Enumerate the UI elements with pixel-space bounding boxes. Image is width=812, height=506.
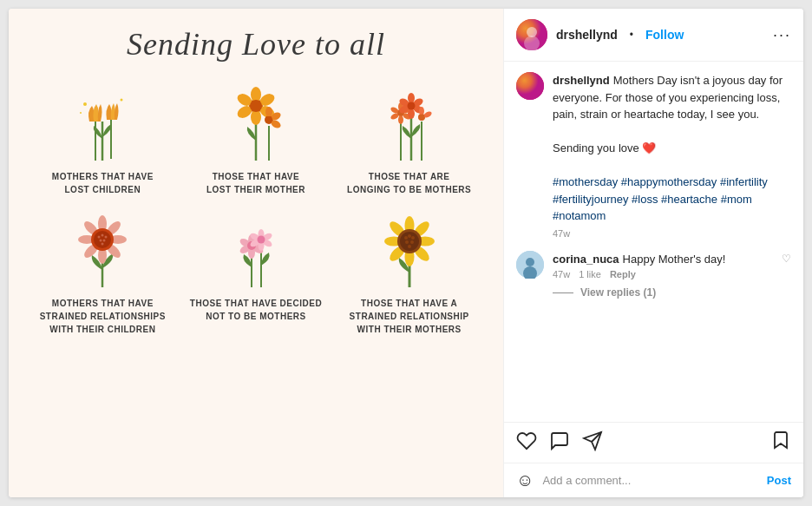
flower-label-3: THOSE THAT ARELONGING TO BE MOTHERS (347, 170, 471, 196)
flower-label-5: THOSE THAT HAVE DECIDEDNOT TO BE MOTHERS (190, 297, 322, 323)
flower-label-1: MOTHERS THAT HAVELOST CHILDREN (52, 170, 154, 196)
svg-point-5 (80, 112, 82, 114)
user-info: drshellynd • Follow (516, 19, 684, 50)
comment-avatar[interactable] (516, 251, 544, 279)
comment-likes: 1 like (579, 269, 601, 279)
svg-point-3 (83, 102, 87, 106)
svg-point-93 (408, 245, 411, 248)
svg-point-90 (411, 236, 415, 240)
svg-point-89 (408, 234, 411, 238)
comment-time: 47w (553, 269, 570, 279)
hashtags[interactable]: #mothersday #happymothersday #infertilit… (553, 175, 768, 222)
svg-point-58 (100, 240, 102, 242)
post-title: Sending Love to all (127, 26, 385, 62)
comment-username[interactable]: corina_nuca (553, 253, 619, 266)
flower-item-6: THOSE THAT HAVE ASTRAINED RELATIONSHIPWI… (341, 205, 477, 336)
svg-point-59 (103, 240, 106, 242)
add-comment-row: ☺ Post (504, 463, 803, 497)
comment-meta: 47w 1 like Reply (553, 269, 773, 279)
reply-button[interactable]: Reply (610, 269, 636, 279)
svg-point-60 (102, 243, 104, 246)
svg-point-20 (265, 116, 272, 123)
svg-point-36 (408, 108, 415, 119)
svg-point-14 (250, 100, 262, 112)
svg-point-43 (418, 115, 424, 121)
profile-avatar[interactable] (516, 19, 547, 50)
svg-point-28 (398, 115, 403, 124)
svg-point-97 (516, 72, 544, 100)
post-image-panel: Sending Love to all (9, 9, 503, 497)
flower-label-2: THOSE THAT HAVELOST THEIR MOTHER (206, 170, 305, 196)
comment-icon[interactable] (549, 430, 570, 455)
flowers-grid: MOTHERS THAT HAVELOST CHILDREN (17, 78, 494, 336)
caption-row: drshellyndMothers Day isn't a joyous day… (516, 72, 791, 239)
svg-point-91 (405, 240, 409, 244)
svg-point-76 (257, 236, 265, 244)
share-icon[interactable] (582, 430, 603, 455)
instagram-card: Sending Love to all (9, 9, 803, 497)
caption-time: 47w (553, 228, 791, 239)
more-options-button[interactable]: ··· (773, 26, 791, 44)
flower-item-3: THOSE THAT ARELONGING TO BE MOTHERS (341, 78, 477, 196)
svg-point-99 (526, 258, 534, 266)
follow-button[interactable]: Follow (645, 28, 684, 42)
comment-text: corina_nucaHappy Mother's day! (553, 251, 773, 268)
comment-content: corina_nucaHappy Mother's day! 47w 1 lik… (553, 251, 773, 280)
svg-point-57 (105, 236, 108, 239)
post-comment-button[interactable]: Post (767, 474, 791, 487)
flower-item-2: THOSE THAT HAVELOST THEIR MOTHER (188, 78, 324, 196)
caption-content: drshellyndMothers Day isn't a joyous day… (553, 72, 791, 239)
like-icon[interactable] (516, 430, 537, 455)
svg-point-92 (410, 240, 414, 244)
svg-point-54 (94, 231, 111, 248)
sidebar-header: drshellynd • Follow ··· (504, 9, 803, 62)
svg-point-17 (265, 107, 272, 117)
flower-label-6: THOSE THAT HAVE ASTRAINED RELATIONSHIPWI… (350, 297, 469, 336)
flower-svg-6 (375, 205, 444, 292)
comment-heart-icon[interactable]: ♡ (782, 253, 791, 265)
flower-label-4: MOTHERS THAT HAVESTRAINED RELATIONSHIPSW… (40, 297, 166, 336)
caption-username[interactable]: drshellynd (553, 74, 610, 87)
sidebar: drshellynd • Follow ··· (503, 9, 803, 497)
flower-svg-2 (221, 78, 291, 165)
svg-point-33 (408, 93, 415, 103)
flower-svg-3 (375, 78, 444, 165)
caption-area: drshellyndMothers Day isn't a joyous day… (504, 62, 803, 422)
view-replies-text[interactable]: View replies (1) (580, 286, 656, 299)
comment-row: corina_nucaHappy Mother's day! 47w 1 lik… (516, 251, 791, 280)
bookmark-icon[interactable] (770, 430, 791, 456)
svg-point-39 (407, 102, 415, 110)
header-username[interactable]: drshellynd (556, 28, 618, 42)
svg-point-88 (404, 236, 408, 240)
flower-svg-1 (68, 78, 137, 165)
emoji-button[interactable]: ☺ (516, 470, 534, 490)
flower-svg-4 (68, 205, 137, 292)
view-replies[interactable]: View replies (1) (553, 286, 791, 299)
flower-item-5: THOSE THAT HAVE DECIDEDNOT TO BE MOTHERS (188, 205, 324, 336)
comment-body: Happy Mother's day! (623, 253, 726, 266)
svg-point-4 (121, 99, 123, 102)
svg-point-55 (98, 236, 101, 239)
action-icons (516, 430, 603, 455)
comment-input[interactable] (542, 474, 757, 487)
svg-point-56 (102, 234, 104, 237)
flower-svg-5 (221, 205, 291, 292)
dot-separator: • (630, 29, 633, 41)
caption-avatar[interactable] (516, 72, 544, 100)
sending-text: Sending you love ❤️ (553, 141, 656, 154)
view-replies-line (553, 292, 573, 293)
actions-row (504, 422, 803, 463)
caption-text: drshellyndMothers Day isn't a joyous day… (553, 72, 791, 225)
flower-item-1: MOTHERS THAT HAVELOST CHILDREN (35, 78, 171, 196)
flower-item-4: MOTHERS THAT HAVESTRAINED RELATIONSHIPSW… (35, 205, 171, 336)
